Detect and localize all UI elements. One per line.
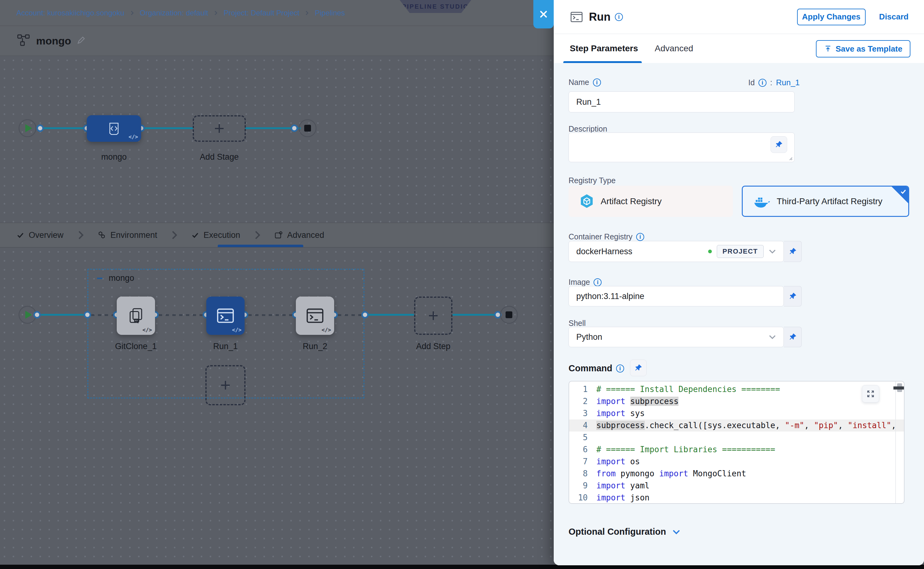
shell-pin-button[interactable]: [784, 327, 802, 347]
container-registry-value: dockerHarness: [576, 247, 632, 256]
connector-line: [41, 314, 84, 316]
description-textarea[interactable]: [568, 132, 795, 162]
description-pin-button[interactable]: [771, 136, 787, 153]
edit-pencil-icon[interactable]: [77, 35, 86, 46]
image-input[interactable]: python:3.11-alpine: [568, 286, 784, 306]
shell-select[interactable]: Python: [568, 327, 784, 347]
command-pin-button[interactable]: [630, 359, 647, 376]
optional-configuration-toggle[interactable]: Optional Configuration: [568, 527, 680, 537]
description-label: Description: [568, 125, 607, 134]
code-line: 1# ====== Install Dependencies ========: [569, 383, 904, 396]
step-group-label: mongo: [109, 273, 134, 283]
pipeline-start-node[interactable]: [18, 119, 36, 137]
step-node-run2[interactable]: </>: [296, 297, 334, 335]
registry-option-artifact-label: Artifact Registry: [601, 196, 662, 206]
registry-option-artifact[interactable]: Artifact Registry: [568, 186, 733, 217]
info-icon[interactable]: [593, 78, 601, 87]
discard-button[interactable]: Discard: [877, 12, 910, 22]
bottom-edge-bar: [0, 565, 924, 569]
registry-type-label: Registry Type: [568, 176, 615, 185]
stop-icon: [304, 125, 311, 132]
image-pin-button[interactable]: [784, 286, 802, 306]
terminal-icon: [216, 307, 235, 324]
container-registry-input[interactable]: dockerHarness PROJECT: [568, 241, 784, 262]
info-icon[interactable]: [616, 365, 624, 373]
stage-node-mongo[interactable]: </>: [87, 115, 141, 142]
tab-step-parameters[interactable]: Step Parameters: [568, 34, 640, 63]
plus-icon: [427, 309, 439, 322]
connector-port: [33, 311, 41, 318]
shell-label-text: Shell: [568, 319, 586, 328]
chevron-down-icon[interactable]: [769, 249, 776, 254]
play-icon: [25, 311, 32, 319]
editor-scrollbar-track: [895, 382, 896, 503]
advanced-settings-icon: [274, 231, 283, 239]
editor-expand-button[interactable]: [862, 385, 879, 403]
stage-label: mongo: [87, 152, 141, 162]
info-icon[interactable]: [758, 79, 766, 87]
name-label: Name: [568, 78, 601, 87]
tab-overview[interactable]: Overview: [17, 230, 64, 240]
connector-port: [290, 125, 298, 132]
terminal-icon: [305, 307, 325, 324]
tab-overview-label: Overview: [29, 230, 64, 240]
chevron-right-icon: [213, 10, 219, 16]
add-step-button[interactable]: [414, 297, 453, 335]
command-editor[interactable]: 1# ====== Install Dependencies ========2…: [568, 381, 904, 504]
git-clone-icon: [127, 307, 145, 325]
editor-scrollbar-corner: [894, 386, 904, 389]
step-node-gitclone[interactable]: </>: [117, 297, 155, 335]
close-panel-button[interactable]: [533, 0, 554, 29]
command-label-text: Command: [568, 363, 612, 373]
resize-handle-icon[interactable]: [788, 156, 793, 161]
connector-port: [361, 311, 369, 318]
step-config-panel: Run Apply Changes Discard Step Parameter…: [554, 0, 924, 565]
id-colon: :: [770, 78, 772, 87]
pipeline-title: mongo: [36, 35, 71, 47]
fullscreen-icon: [866, 389, 875, 398]
execution-end-node[interactable]: [500, 306, 518, 324]
connector-status-dot: [708, 250, 712, 253]
breadcrumb-pipelines-link[interactable]: Pipelines: [315, 9, 345, 17]
id-value: Run_1: [776, 78, 800, 87]
container-registry-pin-button[interactable]: [784, 241, 802, 262]
connector-line: [140, 127, 193, 129]
name-input[interactable]: Run_1: [568, 91, 795, 113]
collapse-minus-icon[interactable]: [96, 274, 104, 282]
custom-stage-icon: [107, 122, 121, 135]
tab-advanced[interactable]: Advanced: [274, 230, 324, 240]
step-node-run1-selected[interactable]: </>: [206, 297, 245, 335]
code-line: 8from pymongo import MongoClient: [569, 468, 904, 480]
code-line: 7import os: [569, 456, 904, 468]
registry-option-third-party-label: Third-Party Artifact Registry: [777, 196, 882, 206]
registry-option-third-party[interactable]: Third-Party Artifact Registry: [742, 186, 909, 217]
pushpin-icon: [634, 364, 643, 372]
breadcrumb-account-link[interactable]: Account: kurosakiichigo.songoku: [17, 9, 125, 17]
add-parallel-step-button[interactable]: [205, 365, 246, 405]
dashed-connector: [91, 314, 113, 316]
command-editor-lines: 1# ====== Install Dependencies ========2…: [569, 383, 904, 504]
code-badge: </>: [142, 327, 152, 333]
add-stage-button[interactable]: [193, 115, 246, 142]
chevron-right-icon: [77, 230, 84, 240]
info-icon[interactable]: [636, 233, 644, 241]
apply-changes-button[interactable]: Apply Changes: [797, 9, 866, 25]
chevron-right-icon: [254, 230, 261, 240]
code-line: 4subprocess.check_call([sys.executable, …: [569, 420, 904, 432]
pipeline-end-node[interactable]: [299, 119, 316, 137]
name-input-value: Run_1: [576, 97, 601, 107]
breadcrumb-org-link[interactable]: Organization: default: [140, 9, 208, 17]
breadcrumb-project-link[interactable]: Project: Default Project: [223, 9, 299, 17]
step-group-header[interactable]: mongo: [96, 273, 134, 283]
pipeline-header: mongo VISUAL YAML: [0, 26, 554, 56]
shell-select-value: Python: [576, 332, 602, 342]
info-icon[interactable]: [594, 278, 602, 286]
code-line: 6# ====== Import Libraries ===========: [569, 444, 904, 456]
tab-environment[interactable]: Environment: [97, 230, 158, 240]
info-icon[interactable]: [615, 13, 623, 21]
stage-canvas: </> mongo Add Stage: [0, 56, 554, 223]
tab-execution-label: Execution: [204, 230, 240, 240]
tab-execution[interactable]: Execution: [191, 230, 240, 240]
save-as-template-button[interactable]: Save as Template: [816, 40, 910, 58]
tab-advanced-panel[interactable]: Advanced: [653, 34, 695, 63]
